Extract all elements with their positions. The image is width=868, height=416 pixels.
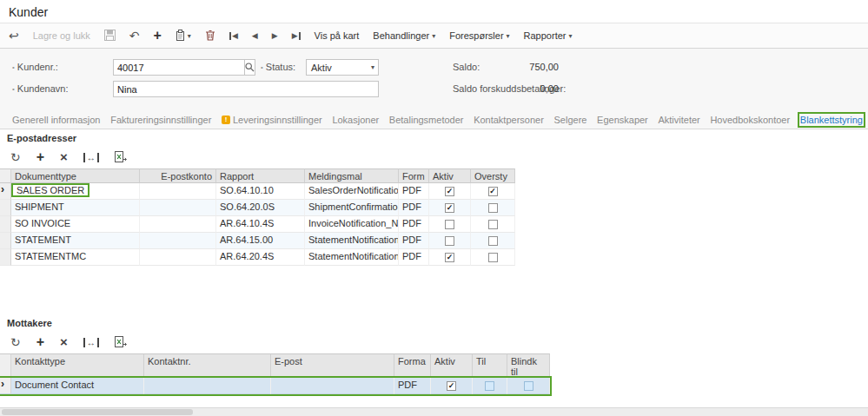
cell-epostkonto[interactable]	[140, 200, 216, 216]
tab-blankettstyring[interactable]: Blankettstyring	[800, 115, 863, 125]
delete-row-button[interactable]: ×	[60, 151, 68, 163]
row-selector[interactable]	[0, 200, 11, 216]
add-row-button[interactable]: +	[36, 151, 44, 163]
scrollbar-thumb[interactable]	[2, 409, 193, 415]
cell-form[interactable]: PDF	[399, 216, 429, 233]
aktiv-checkbox[interactable]: ✓	[445, 187, 454, 196]
delete-button[interactable]	[205, 30, 215, 43]
cell-forma[interactable]: PDF	[394, 378, 431, 394]
refresh-button[interactable]: ↻	[10, 151, 21, 163]
col-oversty[interactable]: Oversty	[471, 168, 515, 183]
fit-columns-button[interactable]: ↔	[83, 338, 99, 347]
cell-rapport[interactable]: AR.64.15.00	[216, 233, 305, 249]
row-selector[interactable]: ›	[0, 183, 11, 200]
cell-epostkonto[interactable]	[140, 249, 216, 266]
row-selector[interactable]	[0, 233, 11, 249]
cell-epost[interactable]	[271, 378, 394, 394]
aktiv-checkbox[interactable]: ✓	[445, 203, 454, 213]
first-record-button[interactable]: ◀	[229, 31, 238, 40]
col-meldingsmal[interactable]: Meldingsmal	[305, 168, 399, 183]
delete-row-button[interactable]: ×	[60, 336, 68, 348]
save-and-close-button[interactable]: Lagre og lukk	[33, 30, 90, 41]
aktiv-checkbox[interactable]: ✓	[445, 220, 454, 229]
tab-lokasjoner[interactable]: Lokasjoner	[332, 115, 379, 125]
tab-egenskaper[interactable]: Egenskaper	[597, 115, 648, 125]
header-selector[interactable]	[0, 353, 11, 378]
undo-button[interactable]: ↶	[129, 30, 140, 42]
cell-dokumenttype[interactable]: SALES ORDER	[11, 183, 140, 200]
back-button[interactable]: ↩	[9, 30, 19, 42]
kundenavn-input[interactable]	[113, 81, 379, 97]
col-rapport[interactable]: Rapport	[216, 168, 305, 183]
col-blindk-til[interactable]: Blindk til	[507, 353, 550, 378]
col-dokumenttype[interactable]: Dokumenttype	[11, 168, 140, 183]
blindk-til-checkbox[interactable]: ✓	[524, 381, 533, 391]
cell-form[interactable]: PDF	[399, 233, 429, 249]
export-excel-button[interactable]	[115, 151, 127, 164]
tab-kontaktpersoner[interactable]: Kontaktpersoner	[474, 115, 544, 125]
cell-meldingsmal[interactable]: StatementNotification...	[305, 249, 399, 266]
refresh-button[interactable]: ↻	[10, 336, 21, 348]
cell-rapport[interactable]: SO.64.10.10	[216, 183, 305, 200]
col-form[interactable]: Form	[399, 168, 429, 183]
status-select[interactable]: Aktiv▾	[306, 59, 379, 76]
cell-rapport[interactable]: AR.64.20.4S	[216, 249, 305, 266]
cell-meldingsmal[interactable]: ShipmentConfirmation...	[305, 200, 399, 216]
copy-paste-button[interactable]: ▾	[176, 30, 191, 43]
cell-epostkonto[interactable]	[140, 183, 216, 200]
col-forma[interactable]: Forma	[394, 353, 431, 378]
tab-selgere[interactable]: Selgere	[554, 115, 587, 125]
col-til[interactable]: Til	[473, 353, 507, 378]
tab-hovedbokskontoer[interactable]: Hovedbokskontoer	[710, 115, 790, 125]
cell-dokumenttype[interactable]: SO INVOICE	[11, 216, 140, 233]
rapporter-menu-button[interactable]: Rapporter▾	[524, 30, 573, 41]
horizontal-scrollbar[interactable]	[0, 407, 868, 416]
cell-rapport[interactable]: AR.64.10.4S	[216, 216, 305, 233]
cell-dokumenttype[interactable]: SHIPMENT	[11, 200, 140, 216]
lookup-button[interactable]	[244, 59, 255, 76]
cell-form[interactable]: PDF	[399, 200, 429, 216]
tab-faktureringsinnstillinger[interactable]: Faktureringsinnstillinger	[110, 115, 211, 125]
cell-kontakttype[interactable]: Document Contact	[11, 378, 144, 394]
kundenr-input[interactable]	[113, 59, 244, 76]
cell-kontaktnr[interactable]	[144, 378, 271, 394]
oversty-checkbox[interactable]: ✓	[488, 187, 498, 196]
fit-columns-button[interactable]: ↔	[83, 153, 99, 162]
cell-meldingsmal[interactable]: StatementNotification...	[305, 233, 399, 249]
col-kontaktnr[interactable]: Kontaktnr.	[144, 353, 271, 378]
oversty-checkbox[interactable]: ✓	[488, 203, 498, 213]
col-epostkonto[interactable]: E-postkonto	[140, 168, 216, 183]
cell-rapport[interactable]: SO.64.20.0S	[216, 200, 305, 216]
prev-record-button[interactable]: ◀	[252, 31, 258, 40]
add-button[interactable]: +	[154, 30, 162, 42]
header-selector[interactable]	[0, 168, 11, 183]
col-epost[interactable]: E-post	[271, 353, 394, 378]
save-button[interactable]	[104, 30, 116, 43]
cell-form[interactable]: PDF	[399, 183, 429, 200]
tab-leveringsinnstillinger[interactable]: !Leveringsinnstillinger	[222, 115, 322, 125]
tab-aktiviteter[interactable]: Aktiviteter	[658, 115, 699, 125]
col-aktiv[interactable]: Aktiv	[429, 168, 471, 183]
behandlinger-menu-button[interactable]: Behandlinger▾	[373, 30, 435, 41]
oversty-checkbox[interactable]: ✓	[488, 253, 498, 262]
next-record-button[interactable]: ▶	[272, 31, 278, 40]
export-excel-button[interactable]	[115, 336, 127, 349]
aktiv-checkbox[interactable]: ✓	[445, 253, 454, 262]
cell-dokumenttype[interactable]: STATEMENTMC	[11, 249, 140, 266]
row-selector[interactable]: ›	[0, 378, 11, 394]
til-checkbox[interactable]: ✓	[485, 381, 494, 391]
col-aktiv[interactable]: Aktiv	[431, 353, 473, 378]
row-selector[interactable]	[0, 216, 11, 233]
oversty-checkbox[interactable]: ✓	[488, 220, 498, 229]
cell-form[interactable]: PDF	[399, 249, 429, 266]
last-record-button[interactable]: ▶	[292, 31, 301, 40]
cell-meldingsmal[interactable]: SalesOrderNotification	[305, 183, 399, 200]
cell-dokumenttype[interactable]: STATEMENT	[11, 233, 140, 249]
foresporsler-menu-button[interactable]: Forespørsler▾	[449, 30, 509, 41]
aktiv-checkbox[interactable]: ✓	[445, 236, 454, 246]
view-on-map-button[interactable]: Vis på kart	[315, 30, 360, 41]
col-kontakttype[interactable]: Kontakttype	[11, 353, 144, 378]
tab-betalingsmetoder[interactable]: Betalingsmetoder	[389, 115, 464, 125]
cell-meldingsmal[interactable]: InvoiceNotification_NO	[305, 216, 399, 233]
row-selector[interactable]	[0, 249, 11, 266]
